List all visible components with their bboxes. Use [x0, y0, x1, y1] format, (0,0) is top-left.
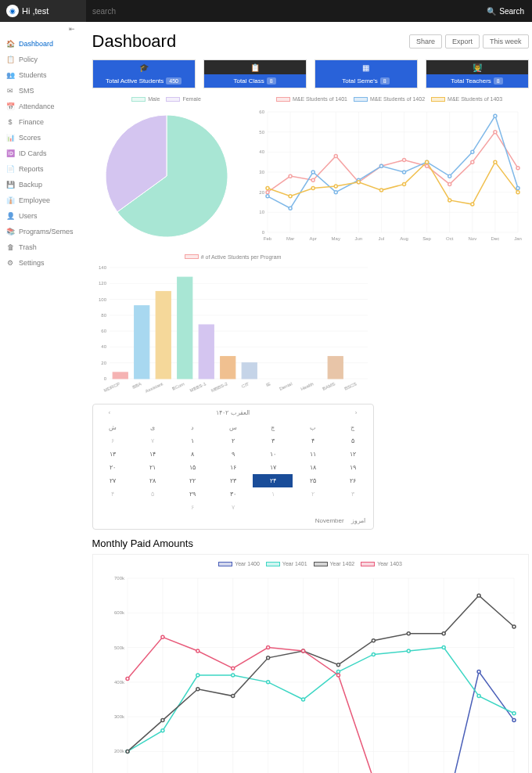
- calendar-dow: پ: [293, 421, 332, 434]
- svg-text:100: 100: [99, 297, 107, 302]
- export-button[interactable]: Export: [445, 34, 480, 49]
- calendar-day[interactable]: [133, 501, 173, 514]
- calendar-day[interactable]: ۱۷: [253, 461, 293, 474]
- calendar-day[interactable]: ۳۰: [213, 487, 253, 501]
- calendar-day[interactable]: ۹: [213, 448, 253, 461]
- calendar-day[interactable]: ۲: [293, 487, 332, 501]
- legend-item: Female: [166, 96, 200, 102]
- calendar-day[interactable]: ۱۰: [253, 448, 293, 461]
- calendar-day[interactable]: ۱۲: [332, 448, 372, 461]
- sidebar-item-programs-semes[interactable]: 📚Programs/Semes: [0, 224, 80, 239]
- calendar-day[interactable]: ۶: [173, 501, 213, 514]
- calendar-today-link[interactable]: امروز: [351, 517, 365, 524]
- calendar-day[interactable]: ۱۴: [133, 448, 173, 461]
- calendar-day[interactable]: [332, 501, 372, 514]
- calendar-next[interactable]: ›: [355, 409, 358, 416]
- calendar-day[interactable]: ۲۳: [213, 474, 253, 487]
- program-bar-chart: # of Active Students per Program 0204060…: [92, 254, 374, 397]
- calendar-day[interactable]: ۱۶: [213, 461, 253, 474]
- calendar-day[interactable]: ۲۹: [173, 487, 213, 501]
- svg-point-194: [266, 645, 269, 649]
- svg-point-179: [160, 718, 164, 721]
- svg-text:BSCS: BSCS: [343, 381, 357, 390]
- brand-logo-icon: ◉: [6, 5, 19, 17]
- calendar-day[interactable]: ۳: [332, 487, 372, 501]
- calendar-day[interactable]: [93, 501, 133, 514]
- calendar-day[interactable]: ۲۴: [253, 474, 293, 487]
- sidebar-item-dashboard[interactable]: 🏠Dashboard: [0, 36, 80, 52]
- calendar-day[interactable]: ۱۸: [293, 461, 332, 474]
- sidebar-item-sms[interactable]: ✉SMS: [0, 83, 80, 99]
- calendar-day[interactable]: ۱: [173, 434, 213, 448]
- nav-label: Attendance: [19, 102, 55, 110]
- stat-icon: 📋: [204, 60, 306, 74]
- calendar-day[interactable]: ۱: [253, 487, 293, 501]
- calendar-day[interactable]: ۵: [332, 434, 372, 448]
- calendar-day[interactable]: ۲۶: [332, 474, 372, 487]
- share-button[interactable]: Share: [409, 34, 442, 49]
- calendar-prev[interactable]: ‹: [109, 409, 111, 416]
- sidebar-item-id-cards[interactable]: 🆔ID Cards: [0, 146, 80, 161]
- sidebar-item-finance[interactable]: $Finance: [0, 114, 80, 130]
- calendar-day[interactable]: ۵: [133, 487, 173, 501]
- nav-icon: 📊: [6, 134, 14, 142]
- svg-text:Jul: Jul: [378, 236, 384, 241]
- legend-item: # of Active Students per Program: [185, 254, 282, 260]
- main-content: Dashboard ShareExportThis week 🎓 Total A…: [80, 22, 532, 773]
- nav-label: Trash: [19, 243, 37, 251]
- sidebar-item-settings[interactable]: ⚙Settings: [0, 255, 80, 271]
- calendar-day[interactable]: ۲۰: [93, 461, 133, 474]
- nav-label: Programs/Semes: [19, 228, 74, 235]
- calendar-day[interactable]: ۲۱: [133, 461, 173, 474]
- svg-rect-90: [113, 372, 128, 379]
- calendar-day[interactable]: ۳: [253, 434, 293, 448]
- top-bar: ◉ Hi ,test 🔍 Search: [0, 0, 532, 22]
- calendar-day[interactable]: ۷: [213, 501, 253, 514]
- sidebar-toggle-icon[interactable]: ⇤: [0, 22, 80, 36]
- svg-point-59: [470, 150, 473, 153]
- calendar-day[interactable]: ۱۳: [93, 448, 133, 461]
- calendar-day[interactable]: ۲۸: [133, 474, 173, 487]
- svg-point-44: [402, 158, 405, 161]
- search-button[interactable]: 🔍 Search: [479, 0, 532, 22]
- calendar-day[interactable]: ۲۵: [293, 474, 332, 487]
- calendar-day[interactable]: [253, 501, 293, 514]
- calendar-day[interactable]: ۸: [173, 448, 213, 461]
- calendar-day[interactable]: ۴: [93, 487, 133, 501]
- svg-text:Jan: Jan: [514, 236, 522, 241]
- svg-text:500k: 500k: [114, 645, 125, 649]
- sidebar-item-users[interactable]: 👤Users: [0, 208, 80, 224]
- this-week-button[interactable]: This week: [483, 34, 529, 49]
- calendar-dow: س: [213, 421, 253, 434]
- svg-point-180: [196, 687, 199, 690]
- svg-text:MBBS-1: MBBS-1: [189, 381, 207, 393]
- calendar-day[interactable]: ۶: [93, 434, 133, 448]
- sidebar-item-students[interactable]: 👥Students: [0, 67, 80, 83]
- sidebar-item-attendance[interactable]: 📅Attendance: [0, 99, 80, 114]
- calendar-day[interactable]: ۱۵: [173, 461, 213, 474]
- sidebar-item-trash[interactable]: 🗑Trash: [0, 239, 80, 255]
- search-input[interactable]: [92, 7, 473, 16]
- sidebar-item-policy[interactable]: 📋Policy: [0, 52, 80, 67]
- calendar-day[interactable]: ۲۲: [173, 474, 213, 487]
- svg-text:600k: 600k: [114, 610, 125, 615]
- sidebar-item-reports[interactable]: 📄Reports: [0, 161, 80, 177]
- svg-point-40: [311, 178, 315, 182]
- sidebar-item-employee[interactable]: 👔Employee: [0, 192, 80, 208]
- calendar-day[interactable]: ۱۹: [332, 461, 372, 474]
- sidebar-item-scores[interactable]: 📊Scores: [0, 130, 80, 146]
- calendar-day[interactable]: ۱۱: [293, 448, 332, 461]
- calendar-day[interactable]: ۲۷: [93, 474, 133, 487]
- calendar-day[interactable]: [293, 501, 332, 514]
- svg-point-187: [442, 631, 445, 635]
- svg-text:50: 50: [259, 129, 264, 134]
- svg-text:80: 80: [101, 313, 106, 318]
- nav-icon: 📅: [6, 102, 14, 110]
- svg-point-41: [334, 154, 337, 157]
- calendar-day[interactable]: ۷: [133, 434, 173, 448]
- calendar-day[interactable]: ۴: [293, 434, 332, 448]
- calendar-day[interactable]: ۲: [213, 434, 253, 448]
- stat-icon: ▦: [315, 60, 417, 74]
- sidebar-item-backup[interactable]: 💾Backup: [0, 177, 80, 192]
- nav-label: SMS: [19, 87, 34, 95]
